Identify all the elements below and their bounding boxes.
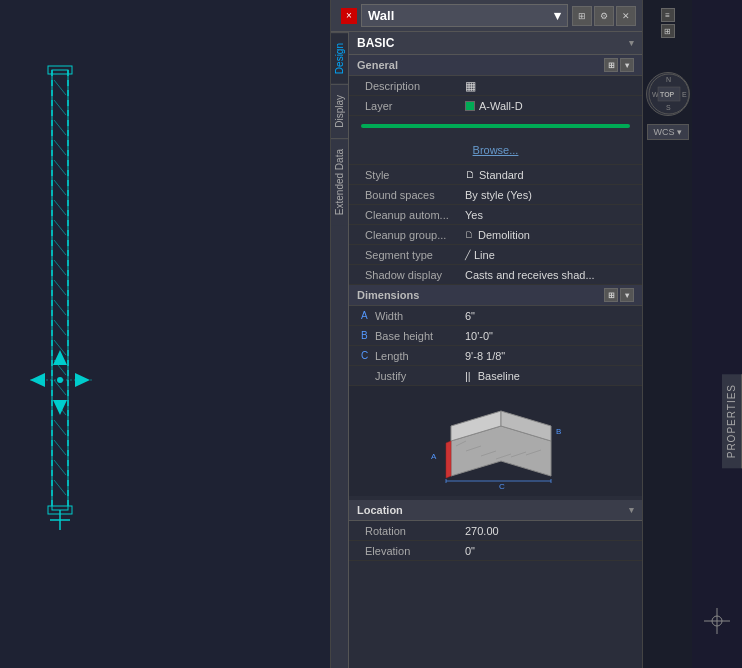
wall-dropdown[interactable]: Wall ▾ xyxy=(361,4,568,27)
rotation-label: Rotation xyxy=(365,525,465,537)
properties-tab[interactable]: PROPERTIES xyxy=(722,374,742,468)
justify-label: Justify xyxy=(375,370,465,382)
base-height-letter: B xyxy=(361,330,375,341)
toolbar-btn-2[interactable]: ⊞ xyxy=(661,24,675,38)
properties-panel: × Wall ▾ ⊞ ⚙ ✕ Design Display Extended D… xyxy=(330,0,642,668)
compass-n: N xyxy=(666,76,671,83)
rotation-row: Rotation 270.00 xyxy=(349,521,642,541)
description-label: Description xyxy=(365,80,465,92)
length-row: C Length 9'-8 1/8" xyxy=(349,346,642,366)
bound-spaces-label: Bound spaces xyxy=(365,189,465,201)
dimensions-header-icons: ⊞ ▾ xyxy=(604,288,634,302)
rotation-value: 270.00 xyxy=(465,525,634,537)
crosshair-svg xyxy=(702,606,732,636)
expand-icon-1[interactable]: ⊞ xyxy=(604,58,618,72)
cleanup-auto-value: Yes xyxy=(465,209,634,221)
tab-design[interactable]: Design xyxy=(331,32,348,84)
style-label: Style xyxy=(365,169,465,181)
basic-section-header[interactable]: BASIC ▾ xyxy=(349,32,642,55)
table-icon: ▦ xyxy=(465,79,476,93)
dim-expand-icon-1[interactable]: ⊞ xyxy=(604,288,618,302)
svg-text:B: B xyxy=(556,427,561,436)
width-row: A Width 6" xyxy=(349,306,642,326)
toolbar-btn-1[interactable]: ≡ xyxy=(661,8,675,22)
svg-rect-0 xyxy=(0,0,330,668)
basic-header-icons: ▾ xyxy=(629,38,634,48)
cleanup-group-label: Cleanup group... xyxy=(365,229,465,241)
side-tabs: Design Display Extended Data xyxy=(331,32,349,668)
dimensions-section-header[interactable]: Dimensions ⊞ ▾ xyxy=(349,285,642,306)
length-label: Length xyxy=(375,350,465,362)
dimensions-label: Dimensions xyxy=(357,289,419,301)
green-bar xyxy=(361,124,630,128)
compass-svg: N S E W TOP xyxy=(647,72,689,116)
cleanup-auto-label: Cleanup autom... xyxy=(365,209,465,221)
svg-text:TOP: TOP xyxy=(660,91,675,98)
dim-expand-icon-2[interactable]: ▾ xyxy=(620,288,634,302)
wcs-button[interactable]: WCS ▾ xyxy=(647,124,689,140)
shadow-display-row: Shadow display Casts and receives shad..… xyxy=(349,265,642,285)
expand-icon-2[interactable]: ▾ xyxy=(620,58,634,72)
justify-value: || Baseline xyxy=(465,370,634,382)
cleanup-auto-row: Cleanup autom... Yes xyxy=(349,205,642,225)
wcs-label: WCS xyxy=(654,127,675,137)
justify-row: Justify || Baseline xyxy=(349,366,642,386)
icon-btn-3[interactable]: ✕ xyxy=(616,6,636,26)
cleanup-group-text: Demolition xyxy=(478,229,530,241)
cleanup-group-row: Cleanup group... 🗋 Demolition xyxy=(349,225,642,245)
layer-value: A-Wall-D xyxy=(465,100,634,112)
demolition-icon: 🗋 xyxy=(465,230,474,240)
segment-type-text: Line xyxy=(474,249,495,261)
browse-link[interactable]: Browse... xyxy=(473,144,519,156)
segment-type-row: Segment type ╱ Line xyxy=(349,245,642,265)
width-value: 6" xyxy=(465,310,634,322)
base-height-value: 10'-0" xyxy=(465,330,634,342)
line-icon: ╱ xyxy=(465,250,470,260)
wall-diagram: A B C xyxy=(349,386,642,496)
right-sidebar: ≡ ⊞ N S E W TOP WCS ▾ PROPERTIES xyxy=(642,0,692,668)
layer-text: A-Wall-D xyxy=(479,100,523,112)
base-height-row: B Base height 10'-0" xyxy=(349,326,642,346)
canvas-area xyxy=(0,0,330,668)
tab-display[interactable]: Display xyxy=(331,84,348,138)
svg-text:C: C xyxy=(499,482,505,491)
wall-dropdown-label: Wall xyxy=(368,8,394,23)
layer-color-dot xyxy=(465,101,475,111)
bound-spaces-value: By style (Yes) xyxy=(465,189,634,201)
compass: N S E W TOP xyxy=(646,72,690,116)
cleanup-group-value: 🗋 Demolition xyxy=(465,229,634,241)
shadow-display-label: Shadow display xyxy=(365,269,465,281)
length-letter: C xyxy=(361,350,375,361)
crosshair xyxy=(702,606,732,638)
wcs-arrow: ▾ xyxy=(677,127,682,137)
elevation-row: Elevation 0" xyxy=(349,541,642,561)
right-toolbar: ≡ ⊞ xyxy=(657,4,679,42)
general-header-icons: ⊞ ▾ xyxy=(604,58,634,72)
segment-type-label: Segment type xyxy=(365,249,465,261)
location-section-header[interactable]: Location ▾ xyxy=(349,500,642,521)
collapse-icon: ▾ xyxy=(629,38,634,48)
width-letter: A xyxy=(361,310,375,321)
icon-btn-1[interactable]: ⊞ xyxy=(572,6,592,26)
location-header-icons: ▾ xyxy=(629,505,634,515)
top-icons: ⊞ ⚙ ✕ xyxy=(572,6,636,26)
close-button[interactable]: × xyxy=(341,8,357,24)
chevron-down-icon: ▾ xyxy=(554,8,561,23)
justify-text: Baseline xyxy=(478,370,520,382)
icon-btn-2[interactable]: ⚙ xyxy=(594,6,614,26)
layer-row: Layer A-Wall-D xyxy=(349,96,642,116)
top-bar: × Wall ▾ ⊞ ⚙ ✕ xyxy=(331,0,642,32)
compass-e: E xyxy=(682,91,687,98)
tab-extended-data[interactable]: Extended Data xyxy=(331,138,348,225)
style-text: Standard xyxy=(479,169,524,181)
baseline-icon: || xyxy=(465,370,471,382)
bound-spaces-row: Bound spaces By style (Yes) xyxy=(349,185,642,205)
basic-label: BASIC xyxy=(357,36,394,50)
elevation-label: Elevation xyxy=(365,545,465,557)
general-section-header[interactable]: General ⊞ ▾ xyxy=(349,55,642,76)
base-height-label: Base height xyxy=(375,330,465,342)
wall-diagram-svg: A B C xyxy=(421,391,571,491)
style-value: 🗋 Standard xyxy=(465,169,634,181)
shadow-display-value: Casts and receives shad... xyxy=(465,269,634,281)
location-collapse-icon: ▾ xyxy=(629,505,634,515)
